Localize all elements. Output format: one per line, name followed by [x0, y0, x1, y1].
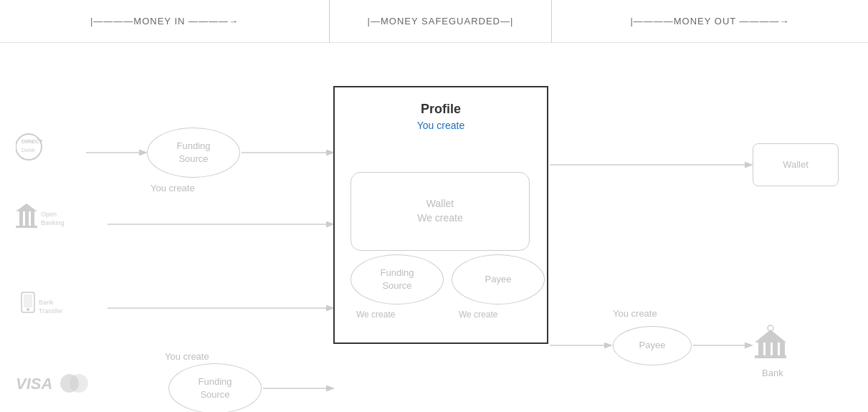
- direct-debit-icon: DIRECT Debit: [16, 129, 80, 168]
- svg-point-21: [27, 308, 29, 311]
- svg-text:Banking: Banking: [41, 219, 65, 226]
- money-in-label: |————MONEY IN ————→: [90, 16, 239, 27]
- funding-source-4-label: You create: [165, 351, 209, 362]
- svg-marker-15: [16, 203, 37, 211]
- header-bar: |————MONEY IN ————→ |—MONEY SAFEGUARDED—…: [0, 0, 868, 43]
- bank-transfer-icon: Bank Transfer: [16, 290, 80, 332]
- you-create-bank-label: You create: [613, 308, 657, 319]
- wallet-right: Wallet: [753, 143, 839, 186]
- svg-text:Bank: Bank: [39, 299, 54, 306]
- payee-right: Payee: [613, 326, 692, 365]
- funding-source-4-text: FundingSource: [199, 375, 232, 401]
- svg-rect-16: [16, 226, 37, 228]
- svg-point-26: [70, 374, 88, 393]
- money-out-label: |————MONEY OUT ————→: [630, 16, 789, 27]
- inner-payee-label: We create: [459, 310, 497, 320]
- funding-source-1-text: FundingSource: [177, 140, 211, 166]
- funding-source-4: FundingSource: [168, 363, 262, 412]
- bank-right-icon: [753, 322, 799, 372]
- funding-source-1-label: You create: [151, 183, 195, 193]
- inner-funding-source: FundingSource: [350, 254, 444, 305]
- svg-text:Open: Open: [41, 211, 57, 218]
- bank-right-label: Bank: [762, 368, 783, 378]
- money-out-segment: |————MONEY OUT ————→: [552, 0, 868, 42]
- visa-icon: VISA: [16, 369, 95, 401]
- payee-right-label: Payee: [639, 339, 666, 352]
- svg-rect-28: [766, 342, 771, 355]
- svg-rect-13: [25, 211, 29, 226]
- money-safeguarded-segment: |—MONEY SAFEGUARDED—|: [330, 0, 552, 42]
- funding-source-1: FundingSource: [147, 128, 240, 178]
- svg-rect-20: [24, 294, 32, 307]
- main-content: DIRECT Debit Open Banking Bank Transfer: [0, 43, 868, 412]
- svg-text:Debit: Debit: [22, 147, 35, 153]
- inner-funding-source-text: FundingSource: [381, 267, 414, 292]
- svg-rect-29: [773, 342, 778, 355]
- wallet-right-label: Wallet: [783, 158, 809, 171]
- svg-text:VISA: VISA: [16, 375, 52, 393]
- open-banking-icon: Open Banking: [16, 201, 80, 243]
- inner-funding-source-label: We create: [356, 310, 395, 320]
- svg-rect-30: [780, 342, 785, 355]
- inner-payee: Payee: [452, 254, 545, 305]
- money-safeguarded-label: |—MONEY SAFEGUARDED—|: [368, 16, 514, 27]
- svg-rect-32: [755, 355, 786, 358]
- inner-wallet-text: WalletWe create: [417, 197, 463, 225]
- profile-title: Profile: [421, 102, 461, 117]
- svg-rect-14: [31, 211, 34, 226]
- inner-wallet-box: WalletWe create: [350, 172, 530, 251]
- profile-subtitle: You create: [417, 120, 464, 131]
- svg-text:Transfer: Transfer: [39, 307, 62, 315]
- svg-rect-12: [19, 211, 23, 226]
- svg-text:DIRECT: DIRECT: [22, 138, 43, 145]
- svg-rect-27: [758, 342, 763, 355]
- money-in-segment: |————MONEY IN ————→: [0, 0, 330, 42]
- inner-payee-text: Payee: [485, 273, 512, 286]
